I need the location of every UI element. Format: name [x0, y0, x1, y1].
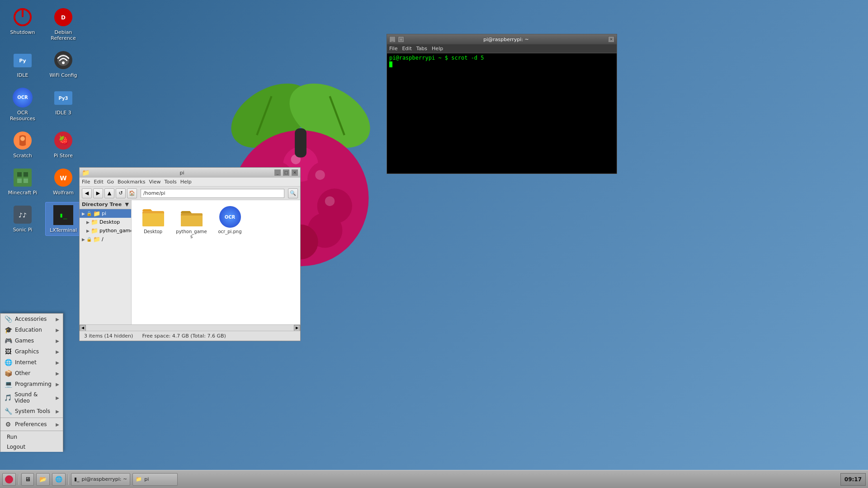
svg-rect-37: [17, 172, 22, 177]
fm-body: Directory Tree ▼ ▶ 🔒 📁 pi ▶ 📁 Desktop ▶: [80, 200, 300, 324]
fm-menu-edit[interactable]: Edit: [94, 179, 103, 185]
accessories-icon: 📎: [4, 315, 12, 323]
menu-item-logout[interactable]: Logout: [0, 442, 63, 452]
taskbar-files-btn[interactable]: 📂: [36, 473, 50, 486]
terminal-menu-file[interactable]: File: [389, 46, 397, 52]
fm-tree-item-desktop[interactable]: ▶ 📁 Desktop: [80, 218, 131, 226]
desktop-icon-debian[interactable]: D DebianReference: [45, 5, 81, 43]
education-arrow: ▶: [56, 328, 59, 333]
fm-forward-btn[interactable]: ▶: [93, 188, 103, 198]
other-arrow: ▶: [56, 371, 59, 376]
taskbar-browser-btn[interactable]: 🌐: [52, 473, 66, 486]
fm-refresh-btn[interactable]: ↺: [116, 188, 126, 198]
system-tools-icon: 🔧: [4, 408, 12, 415]
terminal-maximize-btn[interactable]: □: [398, 36, 404, 42]
menu-item-other[interactable]: 📦 Other ▶: [0, 368, 63, 379]
menu-item-games[interactable]: 🎮 Games ▶: [0, 335, 63, 346]
fm-menu-view[interactable]: View: [149, 179, 160, 185]
desktop-icon-lxterminal[interactable]: ▮_ LXTerminal: [45, 202, 81, 235]
fm-search-btn[interactable]: 🔍: [288, 188, 298, 198]
menu-item-accessories[interactable]: 📎 Accessories ▶: [0, 314, 63, 324]
terminal-minimize-btn[interactable]: _: [389, 36, 396, 42]
fm-menu-go[interactable]: Go: [107, 179, 114, 185]
svg-text:♪♪: ♪♪: [19, 211, 27, 219]
desktop-icon-idle[interactable]: Py IDLE: [5, 47, 41, 80]
fm-tree-item-root[interactable]: ▶ 🔒 📁 /: [80, 235, 131, 244]
svg-rect-22: [22, 9, 24, 17]
fm-sidebar-toggle[interactable]: ▼: [125, 202, 129, 207]
menu-item-programming[interactable]: 💻 Programming ▶: [0, 379, 63, 389]
fm-close-btn[interactable]: ✕: [292, 169, 298, 176]
terminal-menu-edit[interactable]: Edit: [402, 46, 411, 52]
desktop-icon-scratch[interactable]: Scratch: [5, 128, 41, 160]
desktop-icon-pistore[interactable]: 🍓 Pi Store: [45, 128, 81, 160]
programming-icon: 💻: [4, 380, 12, 388]
terminal-content[interactable]: pi@raspberrypi ~ $ scrot -d 5: [387, 53, 617, 174]
svg-text:Py: Py: [19, 58, 26, 64]
desktop-icon-minecraft[interactable]: Minecraft Pi: [5, 165, 41, 197]
desktop-icon-wifi[interactable]: WiFi Config: [45, 47, 81, 80]
fm-minimize-btn[interactable]: _: [274, 169, 281, 176]
sound-video-arrow: ▶: [56, 395, 59, 400]
taskbar-show-desktop-btn[interactable]: 🖥: [21, 473, 34, 486]
fm-scroll-left[interactable]: ◀: [80, 325, 86, 331]
terminal-close-btn[interactable]: ✕: [608, 36, 614, 42]
fm-addressbar[interactable]: /home/pi: [141, 189, 284, 198]
taskbar-terminal-btn[interactable]: ▮_ pi@raspberrypi: ~: [71, 473, 130, 486]
menu-item-sound-video[interactable]: 🎵 Sound & Video ▶: [0, 389, 63, 406]
svg-rect-40: [24, 178, 28, 183]
fm-title: pi: [92, 170, 272, 176]
taskbar-filemanager-btn[interactable]: 📁 pi: [132, 473, 178, 486]
fm-menu-tools[interactable]: Tools: [165, 179, 177, 185]
fm-home-btn[interactable]: 🏠: [127, 188, 137, 198]
terminal-title: pi@raspberrypi: ~: [406, 37, 606, 42]
desktop-icon-wolfram[interactable]: W Wolfram: [45, 165, 81, 197]
desktop-icon-shutdown[interactable]: Shutdown: [5, 5, 41, 43]
terminal-window: _ □ pi@raspberrypi: ~ ✕ File Edit Tabs H…: [387, 34, 617, 174]
menu-item-preferences[interactable]: ⚙ Preferences ▶: [0, 419, 63, 430]
fm-tree-item-pi[interactable]: ▶ 🔒 📁 pi: [80, 209, 131, 218]
terminal-menu-tabs[interactable]: Tabs: [416, 46, 427, 52]
menu-item-run[interactable]: Run: [0, 432, 63, 442]
menu-sep-1: [0, 418, 63, 418]
filemanager-window: 📁 pi _ □ ✕ File Edit Go Bookmarks View T…: [79, 167, 301, 341]
terminal-prompt-line: pi@raspberrypi ~ $ scrot -d 5: [389, 55, 614, 61]
fm-file-ocr-pi[interactable]: OCR ocr_pi.png: [213, 205, 247, 240]
fm-maximize-btn[interactable]: □: [283, 169, 289, 176]
svg-point-29: [62, 61, 65, 64]
desktop-icons: Shutdown D DebianReference Py: [5, 5, 81, 236]
svg-point-16: [315, 170, 325, 180]
taskbar-start-btn[interactable]: [2, 473, 16, 486]
fm-toolbar: ◀ ▶ ▲ ↺ 🏠 /home/pi 🔍: [80, 187, 300, 200]
fm-file-desktop[interactable]: Desktop: [136, 205, 170, 240]
taskbar-clock[interactable]: 09:17: [840, 473, 866, 486]
menu-item-graphics[interactable]: 🖼 Graphics ▶: [0, 346, 63, 357]
fm-statusbar: 3 items (14 hidden) Free space: 4.7 GB (…: [80, 331, 300, 341]
svg-point-19: [325, 196, 335, 206]
desktop-icon-idle3[interactable]: Py3 IDLE 3: [45, 85, 81, 123]
games-arrow: ▶: [56, 338, 59, 343]
fm-scroll-track[interactable]: [86, 325, 294, 331]
menu-item-internet[interactable]: 🌐 Internet ▶: [0, 357, 63, 368]
desktop-icon-ocr[interactable]: OCR OCRResources: [5, 85, 41, 123]
menu-sep-2: [0, 431, 63, 431]
fm-menu-file[interactable]: File: [82, 179, 90, 185]
svg-rect-20: [295, 128, 307, 158]
fm-back-btn[interactable]: ◀: [82, 188, 92, 198]
svg-point-50: [5, 475, 13, 483]
menu-item-education[interactable]: 🎓 Education ▶: [0, 324, 63, 335]
fm-menu-bookmarks[interactable]: Bookmarks: [118, 179, 145, 185]
fm-menu-help[interactable]: Help: [180, 179, 192, 185]
menu-item-system-tools[interactable]: 🔧 System Tools ▶: [0, 406, 63, 417]
fm-file-python-games[interactable]: python_games: [175, 205, 208, 240]
fm-sidebar-header: Directory Tree ▼: [80, 200, 131, 209]
terminal-menu-help[interactable]: Help: [432, 46, 443, 52]
desktop-icon-sonicpi[interactable]: ♪♪ Sonic Pi: [5, 202, 41, 235]
fm-tree-item-python-games[interactable]: ▶ 📁 python_games: [80, 226, 131, 235]
fm-scroll-right[interactable]: ▶: [294, 325, 300, 331]
svg-rect-36: [14, 169, 32, 187]
fm-up-btn[interactable]: ▲: [104, 188, 114, 198]
terminal-titlebar: _ □ pi@raspberrypi: ~ ✕: [387, 34, 617, 44]
education-icon: 🎓: [4, 326, 12, 333]
fm-hscroll[interactable]: ◀ ▶: [80, 324, 300, 331]
